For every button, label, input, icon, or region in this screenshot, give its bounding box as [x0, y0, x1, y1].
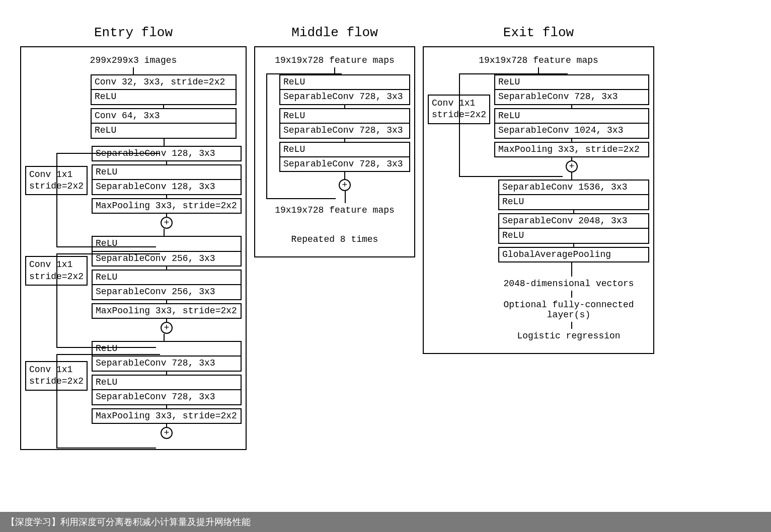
entry-title: Entry flow: [20, 25, 247, 40]
footer-caption: 【深度学习】利用深度可分离卷积减小计算量及提升网络性能: [0, 512, 771, 532]
entry-flow-column: Entry flow 299x299x3 images Conv 32, 3x3…: [20, 25, 247, 450]
exit-flow-column: Exit flow 19x19x728 feature maps Conv 1x…: [423, 25, 654, 354]
add-icon: +: [566, 160, 578, 172]
exit-block-1: Conv 1x1 stride=2x2 ReLU SeparableConv 7…: [428, 74, 649, 172]
op-box: SeparableConv 256, 3x3: [92, 285, 242, 300]
exit-tail-b: Optional fully-connected layer(s): [488, 300, 649, 320]
exit-box: 19x19x728 feature maps Conv 1x1 stride=2…: [423, 46, 654, 354]
op-box: MaxPooling 3x3, stride=2x2: [92, 303, 242, 319]
op-box: MaxPooling 3x3, stride=2x2: [92, 408, 242, 424]
op-box: MaxPooling 3x3, stride=2x2: [494, 142, 649, 157]
op-box: SeparableConv 1024, 3x3: [494, 124, 649, 138]
exit-title: Exit flow: [423, 25, 654, 40]
add-icon: +: [161, 217, 173, 229]
op-box: ReLU: [91, 124, 237, 138]
exit-tail-c: Logistic regression: [488, 331, 649, 341]
entry-box: 299x299x3 images Conv 32, 3x3, stride=2x…: [20, 46, 247, 450]
op-box: SeparableConv 728, 3x3: [92, 390, 242, 405]
exit-tail-a: 2048-dimensional vectors: [488, 279, 649, 289]
add-icon: +: [161, 322, 173, 334]
op-box: ReLU: [279, 74, 410, 90]
op-box: SeparableConv 1536, 3x3: [498, 180, 649, 195]
op-box: ReLU: [92, 236, 242, 251]
op-box: SeparableConv 728, 3x3: [494, 90, 649, 105]
op-box: ReLU: [494, 74, 649, 90]
op-box: ReLU: [92, 270, 242, 285]
exit-input: 19x19x728 feature maps: [428, 55, 649, 65]
op-box: SeparableConv 728, 3x3: [279, 157, 410, 172]
add-icon: +: [339, 179, 351, 191]
op-box: GlobalAveragePooling: [498, 247, 649, 262]
middle-title: Middle flow: [254, 25, 415, 40]
middle-output: 19x19x728 feature maps: [259, 205, 410, 215]
middle-box: 19x19x728 feature maps ReLU SeparableCon…: [254, 46, 415, 257]
entry-block-1: Conv 1x1 stride=2x2 SeparableConv 128, 3…: [25, 146, 242, 229]
op-box: ReLU: [279, 108, 410, 124]
op-box: SeparableConv 2048, 3x3: [498, 213, 649, 229]
op-box: ReLU: [92, 164, 242, 180]
op-box: SeparableConv 728, 3x3: [92, 357, 242, 371]
op-box: ReLU: [91, 90, 237, 105]
entry-input: 299x299x3 images: [25, 55, 242, 65]
op-box: MaxPooling 3x3, stride=2x2: [92, 198, 242, 214]
op-box: ReLU: [498, 229, 649, 243]
op-box: SeparableConv 728, 3x3: [279, 124, 410, 138]
op-box: ReLU: [498, 195, 649, 210]
entry-block-2: Conv 1x1 stride=2x2 ReLU SeparableConv 2…: [25, 236, 242, 334]
op-box: ReLU: [494, 108, 649, 124]
op-box: SeparableConv 728, 3x3: [279, 90, 410, 105]
middle-input: 19x19x728 feature maps: [259, 55, 410, 65]
op-box: Conv 32, 3x3, stride=2x2: [91, 74, 237, 90]
middle-flow-column: Middle flow 19x19x728 feature maps ReLU …: [254, 25, 415, 257]
op-box: Conv 64, 3x3: [91, 108, 237, 124]
op-box: ReLU: [279, 142, 410, 157]
add-icon: +: [161, 427, 173, 439]
op-box: ReLU: [92, 375, 242, 390]
middle-repeat: Repeated 8 times: [259, 234, 410, 244]
op-box: SeparableConv 128, 3x3: [92, 180, 242, 195]
entry-block-3: Conv 1x1 stride=2x2 ReLU SeparableConv 7…: [25, 341, 242, 439]
